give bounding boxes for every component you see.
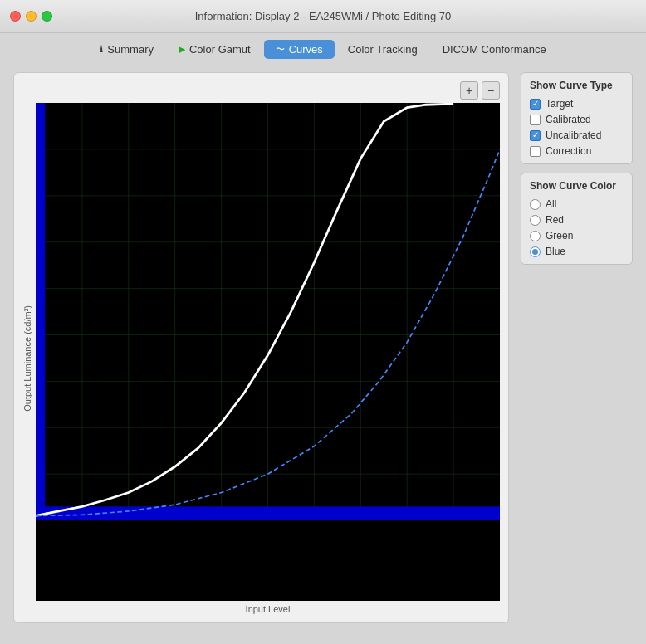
radio-red[interactable]: Red [530,214,624,226]
play-icon: ▶ [179,44,185,55]
close-button[interactable] [10,11,21,22]
checkbox-correction[interactable]: Correction [530,145,624,157]
y-axis-label: Output Luminance (cd/m²) [22,305,32,412]
radio-all[interactable]: All [530,198,624,210]
chart-panel: + − Output Luminance (cd/m²) [13,72,509,623]
tab-color-tracking[interactable]: Color Tracking [336,40,429,59]
chart-area: Output Luminance (cd/m²) [22,103,500,614]
chart-toolbar: + − [22,81,500,100]
checkbox-calibrated[interactable]: Calibrated [530,114,624,125]
radio-green[interactable]: Green [530,230,624,242]
main-content: + − Output Luminance (cd/m²) [0,64,646,637]
maximize-button[interactable] [42,11,52,22]
chart-wrapper: Output Luminance (cd/m²) [22,103,500,614]
checkbox-uncalibrated[interactable]: Uncalibrated [530,129,624,141]
svg-rect-17 [36,103,45,520]
tab-curves[interactable]: 〜 Curves [264,40,335,59]
chart-canvas [36,103,500,601]
tab-summary[interactable]: ℹ Summary [88,40,165,59]
checkbox-correction-input[interactable] [530,146,541,157]
tab-dicom[interactable]: DICOM Conformance [431,40,558,59]
curve-type-section: Show Curve Type Target Calibrated Uncali… [521,72,633,164]
minimize-button[interactable] [26,11,37,22]
chart-svg [36,103,500,520]
tab-color-gamut[interactable]: ▶ Color Gamut [167,40,262,59]
radio-green-input[interactable] [530,231,541,242]
chart-inner: Input Level [36,103,500,614]
curves-icon: 〜 [276,43,285,56]
radio-red-input[interactable] [530,215,541,226]
window-title: Information: Display 2 - EA245WMi / Phot… [195,10,452,22]
zoom-in-button[interactable]: + [460,81,478,100]
title-bar: Information: Display 2 - EA245WMi / Phot… [0,0,646,33]
zoom-out-button[interactable]: − [482,81,500,100]
checkbox-calibrated-input[interactable] [530,115,541,125]
radio-blue-input[interactable] [530,246,541,257]
curve-color-section: Show Curve Color All Red Green Blue [521,173,633,265]
checkbox-target[interactable]: Target [530,98,624,110]
tab-bar: ℹ Summary ▶ Color Gamut 〜 Curves Color T… [0,33,646,64]
radio-blue[interactable]: Blue [530,246,624,257]
radio-all-input[interactable] [530,199,541,210]
x-axis-label: Input Level [36,601,500,614]
right-panel: Show Curve Type Target Calibrated Uncali… [521,72,633,623]
checkbox-uncalibrated-input[interactable] [530,130,541,141]
checkbox-target-input[interactable] [530,99,541,110]
curve-type-title: Show Curve Type [530,80,624,91]
curve-color-title: Show Curve Color [530,180,624,192]
info-icon: ℹ [100,44,103,55]
traffic-lights [10,11,52,22]
